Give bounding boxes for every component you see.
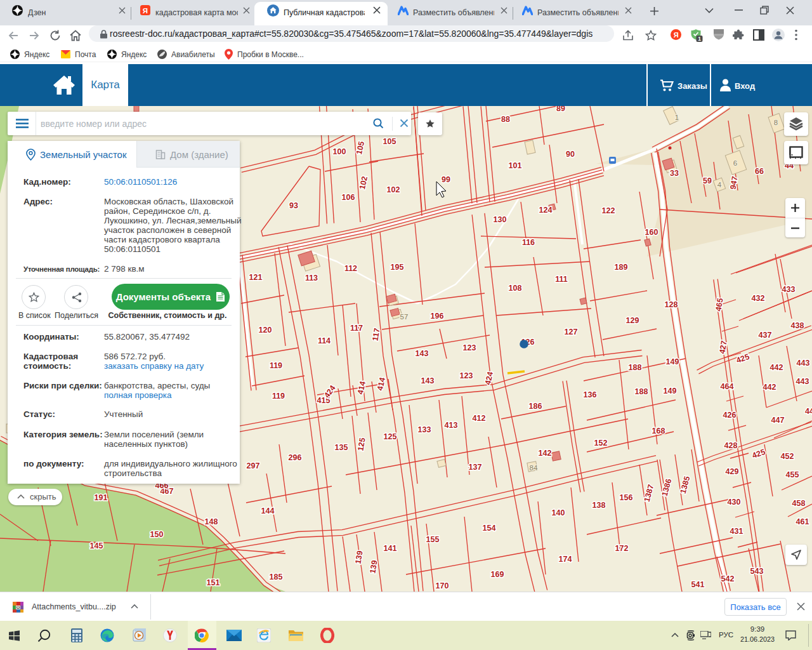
svg-text:112: 112 [344, 264, 357, 273]
svg-text:145: 145 [90, 541, 103, 550]
svg-text:464: 464 [721, 382, 734, 391]
svg-text:149: 149 [666, 357, 679, 366]
svg-text:135: 135 [335, 443, 348, 452]
svg-text:186: 186 [529, 402, 542, 411]
svg-text:102: 102 [387, 185, 400, 194]
svg-text:125: 125 [384, 432, 397, 441]
svg-text:119: 119 [270, 361, 282, 370]
svg-text:127: 127 [565, 328, 578, 336]
svg-text:106: 106 [342, 193, 355, 202]
svg-text:140: 140 [552, 508, 565, 517]
svg-text:297: 297 [247, 461, 260, 470]
svg-text:113: 113 [305, 274, 318, 282]
svg-text:124: 124 [539, 206, 553, 215]
svg-text:142: 142 [539, 449, 552, 458]
svg-text:121: 121 [249, 273, 263, 282]
svg-text:1: 1 [698, 36, 701, 42]
svg-text:428: 428 [724, 441, 738, 450]
svg-text:120: 120 [259, 326, 272, 335]
svg-text:447: 447 [771, 416, 785, 425]
svg-text:154: 154 [483, 524, 496, 533]
svg-text:431: 431 [730, 527, 743, 536]
svg-text:413: 413 [445, 421, 458, 430]
svg-text:433: 433 [782, 285, 796, 294]
svg-text:443: 443 [797, 359, 810, 368]
svg-text:156: 156 [620, 493, 633, 502]
svg-text:108: 108 [509, 284, 522, 293]
svg-text:172: 172 [615, 544, 629, 553]
svg-text:141: 141 [384, 544, 397, 553]
svg-text:8: 8 [774, 119, 778, 126]
svg-text:137: 137 [469, 463, 482, 472]
svg-text:44: 44 [805, 407, 812, 416]
svg-text:429: 429 [726, 467, 739, 476]
svg-text:143: 143 [421, 376, 435, 385]
svg-text:133: 133 [418, 425, 431, 434]
svg-text:111: 111 [555, 275, 568, 284]
svg-text:105: 105 [383, 137, 396, 146]
svg-text:455: 455 [786, 470, 799, 479]
svg-text:123: 123 [460, 371, 473, 380]
svg-text:458: 458 [792, 499, 806, 508]
svg-text:412: 412 [473, 414, 486, 423]
svg-text:452: 452 [781, 452, 794, 461]
svg-text:542: 542 [721, 574, 735, 583]
svg-text:117: 117 [350, 324, 363, 333]
svg-text:144: 144 [261, 507, 275, 515]
svg-text:543: 543 [750, 567, 764, 576]
svg-text:84: 84 [530, 464, 538, 472]
svg-text:33: 33 [670, 169, 679, 178]
svg-text:185: 185 [270, 573, 283, 581]
svg-text:138: 138 [593, 501, 606, 510]
svg-text:168: 168 [652, 427, 665, 435]
svg-text:541: 541 [691, 580, 705, 589]
svg-text:93: 93 [289, 201, 298, 210]
svg-text:188: 188 [629, 363, 642, 372]
svg-text:136: 136 [584, 390, 597, 399]
svg-text:100: 100 [333, 147, 346, 156]
svg-text:461: 461 [796, 517, 809, 526]
svg-text:430: 430 [728, 498, 741, 507]
svg-text:189: 189 [615, 263, 628, 272]
svg-text:123: 123 [463, 343, 476, 352]
svg-text:122: 122 [602, 206, 615, 215]
svg-text:191: 191 [95, 493, 108, 502]
svg-text:101: 101 [509, 161, 522, 170]
svg-text:119: 119 [272, 392, 285, 401]
svg-text:196: 196 [431, 312, 444, 321]
svg-text:188: 188 [635, 387, 648, 396]
svg-text:426: 426 [723, 411, 737, 420]
svg-text:88: 88 [501, 115, 510, 124]
svg-text:437: 437 [759, 331, 772, 340]
svg-text:155: 155 [426, 535, 440, 544]
svg-text:116: 116 [522, 238, 535, 247]
svg-text:6: 6 [733, 159, 737, 167]
svg-text:443: 443 [796, 377, 809, 386]
svg-text:1: 1 [675, 114, 679, 121]
svg-text:149: 149 [664, 387, 677, 395]
svg-text:4: 4 [717, 181, 722, 189]
svg-text:152: 152 [594, 439, 608, 448]
svg-text:114: 114 [318, 336, 331, 345]
svg-text:148: 148 [205, 517, 218, 526]
svg-text:59: 59 [703, 176, 712, 185]
svg-text:442: 442 [770, 363, 783, 372]
svg-text:170: 170 [436, 581, 449, 590]
svg-text:296: 296 [289, 453, 302, 462]
svg-text:195: 195 [391, 263, 404, 272]
svg-text:130: 130 [494, 215, 507, 224]
svg-text:143: 143 [416, 349, 429, 358]
svg-text:66: 66 [755, 167, 764, 176]
svg-text:432: 432 [752, 294, 765, 303]
svg-text:129: 129 [626, 316, 639, 325]
svg-text:Я: Я [143, 7, 148, 15]
svg-text:57: 57 [400, 313, 409, 321]
svg-text:89: 89 [556, 106, 565, 113]
svg-text:150: 150 [150, 530, 164, 539]
svg-text:99: 99 [442, 175, 450, 184]
svg-text:174: 174 [559, 555, 572, 564]
svg-text:438: 438 [791, 321, 804, 330]
svg-text:169: 169 [491, 570, 504, 579]
svg-text:90: 90 [566, 150, 575, 159]
svg-text:Я: Я [674, 31, 679, 39]
